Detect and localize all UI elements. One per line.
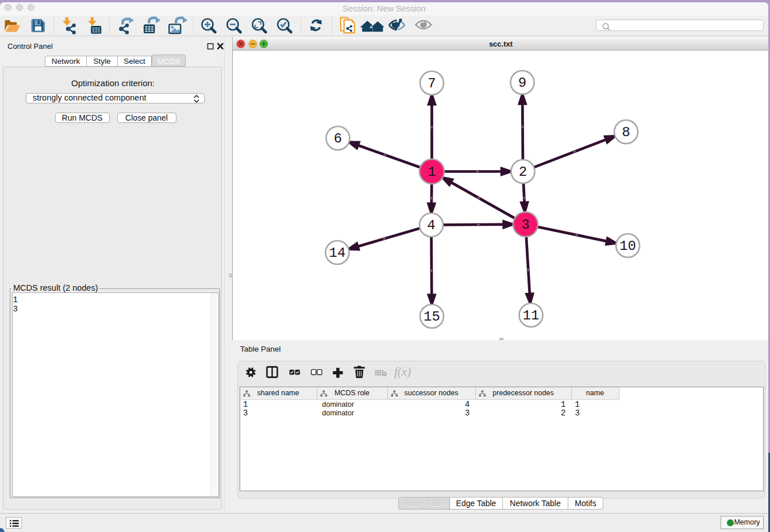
svg-text:15: 15 [424, 309, 440, 325]
svg-text:7: 7 [428, 76, 436, 91]
svg-text:11: 11 [523, 308, 540, 323]
svg-text:6: 6 [334, 131, 342, 147]
svg-text:8: 8 [622, 125, 630, 140]
svg-text:14: 14 [329, 245, 346, 261]
svg-text:3: 3 [521, 217, 529, 233]
svg-text:9: 9 [518, 75, 526, 91]
svg-text:2: 2 [519, 164, 527, 180]
svg-text:4: 4 [427, 218, 435, 233]
svg-text:1: 1 [428, 164, 436, 180]
svg-text:10: 10 [619, 238, 636, 254]
